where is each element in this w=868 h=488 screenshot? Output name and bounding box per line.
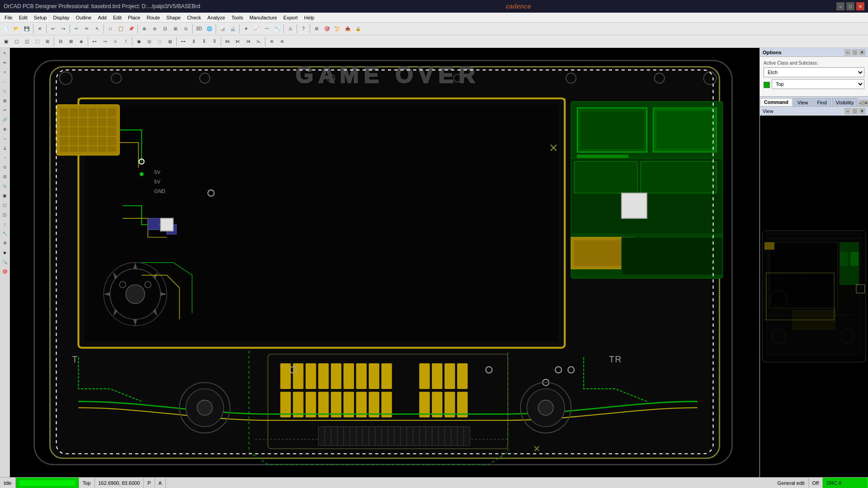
tb2-9[interactable]: ⊷ [90, 37, 99, 47]
options-close-btn[interactable]: ✕ [859, 49, 865, 56]
lt-cut[interactable]: ✂ [0, 106, 9, 115]
tb2-26[interactable]: ≌ [277, 37, 287, 47]
tb-edit[interactable]: ✏ [82, 24, 92, 34]
lt-search[interactable]: 🔍 [0, 258, 9, 267]
tb2-19[interactable]: ⊼ [199, 37, 209, 47]
tb2-11[interactable]: ⊹ [110, 37, 120, 47]
tb2-6[interactable]: ⊟ [56, 37, 66, 47]
lt-box3[interactable]: ◫ [0, 210, 9, 219]
menu-shape[interactable]: Shape [164, 14, 184, 21]
tb-copy[interactable]: 📋 [116, 24, 126, 34]
menu-add[interactable]: Add [95, 14, 109, 21]
tab-view[interactable]: View [793, 98, 812, 106]
lt-angle[interactable]: ∠ [0, 144, 9, 153]
tabs-close-btn[interactable]: ✕ [864, 100, 868, 106]
tb-lock[interactable]: 🔒 [353, 24, 363, 34]
tb-zoomin[interactable]: ⊕ [139, 24, 149, 34]
tb-save[interactable]: 💾 [22, 24, 32, 34]
tb-3dview[interactable]: 🌐 [204, 24, 214, 34]
lt-select[interactable]: □ [0, 87, 9, 96]
tb-prop[interactable]: ⚙ [311, 24, 321, 34]
options-maximize-btn[interactable]: □ [852, 49, 858, 56]
tb-chart[interactable]: 📉 [272, 24, 282, 34]
tb-close[interactable]: ✕ [35, 24, 45, 34]
menu-manufacture[interactable]: Manufacture [247, 14, 280, 21]
tb2-15[interactable]: ◌ [155, 37, 165, 47]
options-minimize-btn[interactable]: – [844, 49, 851, 56]
tb-import[interactable]: 📥 [343, 24, 353, 34]
view-close-btn[interactable]: ✕ [859, 108, 865, 114]
tb2-1[interactable]: ▣ [1, 37, 11, 47]
tb2-13[interactable]: ◉ [134, 37, 144, 47]
tb2-10[interactable]: ⊸ [100, 37, 110, 47]
menu-display[interactable]: Display [50, 14, 72, 21]
minimize-button[interactable]: – [836, 2, 844, 10]
tb2-16[interactable]: ◍ [165, 37, 175, 47]
lt-vert[interactable]: ↕ [0, 220, 9, 229]
tb-scope[interactable]: 🔬 [228, 24, 238, 34]
menu-edit2[interactable]: Edit [110, 14, 124, 21]
view-minimize-btn[interactable]: – [844, 108, 851, 114]
canvas-area[interactable]: GAME OVER GAME OVER [10, 48, 760, 477]
tb-help[interactable]: ? [298, 24, 308, 34]
tb-zoomout[interactable]: ⊖ [150, 24, 160, 34]
close-button[interactable]: ✕ [856, 2, 864, 10]
maximize-button[interactable]: □ [846, 2, 854, 10]
tb-graph[interactable]: 📊 [217, 24, 227, 34]
tb-pointer[interactable]: ↖ [92, 24, 102, 34]
tb2-12[interactable]: ⊺ [121, 37, 131, 47]
tb-zoomsel[interactable]: ⊞ [170, 24, 180, 34]
lt-circle[interactable]: ⊕ [0, 125, 9, 134]
menu-tools[interactable]: Tools [229, 14, 246, 21]
tb2-24[interactable]: ⋋ [254, 37, 264, 47]
tb2-3[interactable]: ◫ [22, 37, 32, 47]
menu-setup[interactable]: Setup [31, 14, 50, 21]
class-dropdown[interactable]: Etch Via Shape Text [764, 67, 864, 77]
tb-3d[interactable]: 3D [194, 24, 204, 34]
tb2-5[interactable]: ⊞ [42, 37, 52, 47]
lt-link[interactable]: 🔗 [0, 115, 9, 124]
tb2-14[interactable]: ◎ [144, 37, 154, 47]
tb2-17[interactable]: ⊶ [178, 37, 188, 47]
lt-move[interactable]: ↔ [0, 134, 9, 143]
menu-analyze[interactable]: Analyze [205, 14, 228, 21]
tb-open[interactable]: 📂 [11, 24, 21, 34]
tb-zoomfit[interactable]: ⊡ [160, 24, 170, 34]
tb-target[interactable]: 🎯 [322, 24, 332, 34]
lt-diamond[interactable]: ◆ [0, 248, 9, 257]
tb2-7[interactable]: ⊠ [66, 37, 76, 47]
color-swatch[interactable] [764, 82, 770, 88]
lt-box2[interactable]: ▢ [0, 201, 9, 210]
tb-analyze[interactable]: 📈 [251, 24, 261, 34]
tb2-8[interactable]: ◈ [76, 37, 86, 47]
tb2-4[interactable]: ⬚ [32, 37, 42, 47]
tb2-22[interactable]: ⋉ [233, 37, 243, 47]
menu-check[interactable]: Check [184, 14, 204, 21]
menu-route[interactable]: Route [144, 14, 162, 21]
view-maximize-btn[interactable]: □ [852, 108, 858, 114]
tb-undo[interactable]: ↩ [48, 24, 58, 34]
subclass-dropdown[interactable]: Top Bottom Inner1 Inner2 [772, 79, 864, 89]
menu-edit[interactable]: Edit [16, 14, 30, 21]
tb2-21[interactable]: ⋈ [222, 37, 232, 47]
menu-outline[interactable]: Outline [73, 14, 94, 21]
menu-place[interactable]: Place [125, 14, 143, 21]
lt-grid[interactable]: ⊞ [0, 96, 9, 105]
lt-right[interactable]: → [0, 153, 9, 162]
lt-arrow[interactable]: ↖ [0, 49, 9, 58]
tb-redo[interactable]: ↪ [58, 24, 68, 34]
tab-command[interactable]: Command [760, 98, 793, 106]
lt-target[interactable]: ⊙ [0, 163, 9, 172]
tb2-25[interactable]: ≋ [267, 37, 277, 47]
tb-warn[interactable]: ⚠ [285, 24, 295, 34]
lt-target2[interactable]: 🎯 [0, 267, 9, 276]
tab-visibility[interactable]: Visibility [832, 98, 858, 106]
lt-grid2[interactable]: ⊟ [0, 172, 9, 181]
tb2-2[interactable]: ▢ [11, 37, 21, 47]
tb2-23[interactable]: ⋊ [243, 37, 253, 47]
tb-pin[interactable]: 📌 [126, 24, 136, 34]
lt-add[interactable]: + [0, 68, 9, 77]
tb2-18[interactable]: ⊻ [189, 37, 198, 47]
lt-minus[interactable]: - [0, 77, 9, 86]
tb-zoomcenter[interactable]: ⊙ [181, 24, 191, 34]
